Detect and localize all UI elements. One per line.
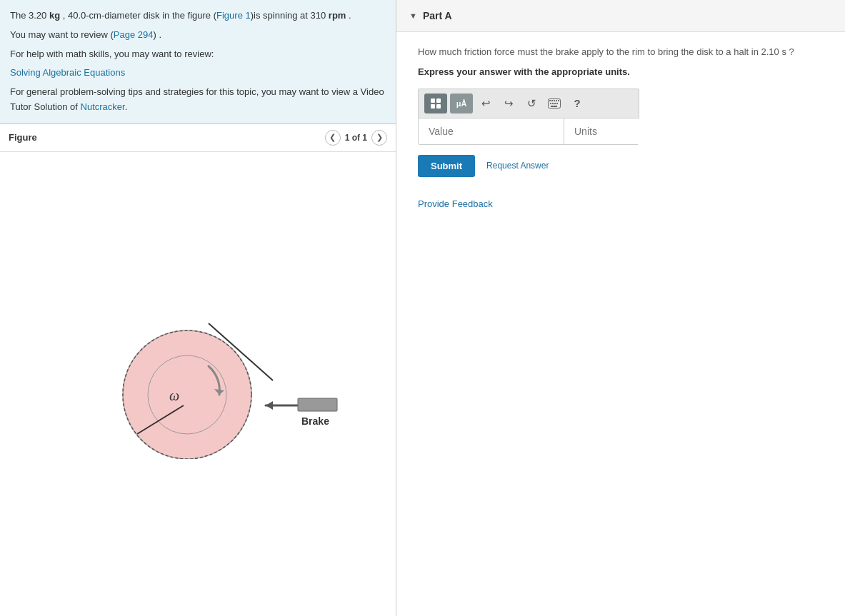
brake-label: Brake (301, 415, 329, 427)
svg-rect-15 (551, 100, 553, 101)
question-text: How much friction force must the brake a… (418, 45, 824, 59)
part-arrow-icon: ▼ (409, 11, 417, 20)
svg-marker-7 (266, 401, 273, 410)
express-text: Express your answer with the appropriate… (418, 66, 824, 77)
part-header: ▼ Part A (396, 0, 845, 32)
grid-icon (430, 98, 441, 109)
redo-btn[interactable]: ↪ (499, 94, 519, 113)
page294-link[interactable]: Page 294 (114, 29, 154, 40)
figure-header: Figure ❮ 1 of 1 ❯ (0, 124, 396, 152)
svg-rect-9 (431, 99, 435, 103)
svg-rect-21 (554, 103, 556, 104)
problem-line-4: For general problem-solving tips and str… (10, 85, 386, 115)
svg-rect-8 (298, 398, 337, 411)
solving-link-wrapper: Solving Algebraic Equations (10, 66, 386, 81)
answer-input-row (418, 118, 639, 145)
svg-rect-20 (552, 103, 554, 104)
svg-point-1 (123, 330, 251, 459)
request-answer-link[interactable]: Request Answer (486, 161, 549, 171)
right-panel: ▼ Part A How much friction force must th… (396, 0, 845, 616)
svg-rect-12 (436, 104, 441, 108)
svg-rect-16 (554, 100, 555, 101)
figure-next-btn[interactable]: ❯ (371, 130, 387, 146)
nutcracker-link[interactable]: Nutcracker (81, 101, 125, 112)
figure-counter: 1 of 1 (345, 133, 367, 143)
submit-button[interactable]: Submit (418, 155, 475, 177)
figure-section: Figure ❮ 1 of 1 ❯ ω (0, 124, 396, 616)
help-btn[interactable]: ? (567, 94, 587, 113)
solving-algebraic-link[interactable]: Solving Algebraic Equations (10, 67, 125, 78)
value-input[interactable] (419, 118, 564, 144)
part-content: How much friction force must the brake a… (396, 32, 845, 222)
action-row: Submit Request Answer (418, 155, 824, 177)
units-input[interactable] (564, 118, 709, 144)
svg-rect-10 (436, 99, 441, 103)
svg-rect-18 (558, 100, 559, 101)
figure-nav: ❮ 1 of 1 ❯ (325, 130, 387, 146)
undo-btn[interactable]: ↩ (476, 94, 496, 113)
part-title: Part A (423, 10, 452, 21)
svg-rect-22 (556, 103, 558, 104)
figure-content: ω Brake (0, 152, 396, 616)
keyboard-icon (548, 99, 561, 108)
disk-figure-svg: ω Brake (44, 309, 351, 459)
answer-toolbar: μÅ ↩ ↪ ↺ ? (418, 89, 639, 118)
provide-feedback-section: Provide Feedback (418, 198, 824, 209)
svg-rect-23 (551, 106, 557, 107)
rpm-value: rpm (329, 10, 346, 21)
problem-line-2: You may want to review (Page 294) . (10, 28, 386, 43)
problem-line-1: The 3.20 kg , 40.0-cm-diameter disk in t… (10, 9, 386, 24)
left-panel: The 3.20 kg , 40.0-cm-diameter disk in t… (0, 0, 396, 616)
provide-feedback-link[interactable]: Provide Feedback (418, 198, 493, 209)
problem-line-3: For help with math skills, you may want … (10, 47, 386, 62)
keyboard-btn[interactable] (544, 94, 564, 113)
mu-btn[interactable]: μÅ (450, 94, 473, 113)
svg-rect-14 (549, 100, 551, 101)
svg-rect-11 (431, 104, 435, 108)
figure1-link[interactable]: Figure 1 (216, 10, 251, 21)
reset-btn[interactable]: ↺ (521, 94, 541, 113)
problem-text-box: The 3.20 kg , 40.0-cm-diameter disk in t… (0, 0, 396, 124)
svg-rect-17 (556, 100, 557, 101)
figure-prev-btn[interactable]: ❮ (325, 130, 341, 146)
omega-symbol: ω (169, 388, 179, 403)
grid-btn[interactable] (424, 94, 447, 113)
mass-value: kg (49, 10, 60, 21)
svg-rect-19 (550, 103, 551, 104)
figure-label: Figure (9, 132, 37, 143)
